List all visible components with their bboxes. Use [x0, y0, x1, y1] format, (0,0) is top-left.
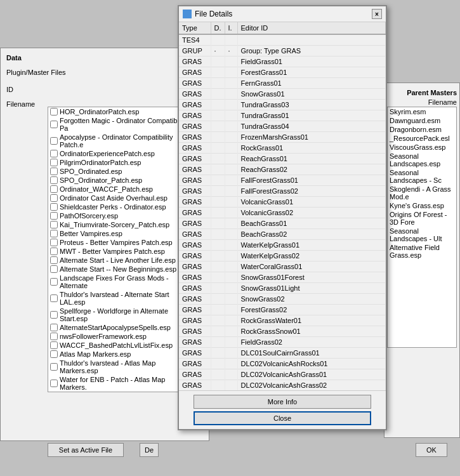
table-row[interactable]: GRASSnowGrass01Light [179, 283, 386, 294]
set-active-button[interactable]: Set as Active File [48, 443, 124, 457]
list-item[interactable]: Alternate Start - Live Another Life.esp [48, 256, 196, 265]
table-row[interactable]: GRASWaterKelpGrass02 [179, 251, 386, 261]
file-checkbox[interactable] [50, 176, 58, 184]
col-header-type[interactable]: Type [179, 22, 211, 34]
list-item[interactable]: HOR_OrdinatorPatch.esp [48, 107, 196, 116]
list-item[interactable]: Dawnguard.esm [388, 116, 456, 125]
list-item[interactable]: Apocalypse - Ordinator Compatibility Pat… [48, 133, 196, 149]
list-item[interactable]: Kyne's Grass.esp [388, 201, 456, 210]
list-item[interactable]: Skoglendi - A Grass Mod.e [388, 185, 456, 201]
list-item[interactable]: Better Vampires.esp [48, 229, 196, 238]
list-item[interactable]: Proteus - Better Vampires Patch.esp [48, 238, 196, 247]
list-item[interactable]: Grass Bound Records.esp [48, 392, 196, 392]
list-item[interactable]: Ordinator Cast Aside Overhaul.esp [48, 194, 196, 202]
table-row[interactable]: GRASTundraGrass01 [179, 110, 386, 121]
list-item[interactable]: MWT - Better Vampires Patch.esp [48, 247, 196, 256]
table-row[interactable]: GRASDLC02VolcanicAshRocks01 [179, 359, 386, 369]
list-item[interactable]: Water for ENB - Patch - Atlas Map Marker… [48, 375, 196, 392]
table-row[interactable]: GRASRockGrass01 [179, 143, 386, 154]
list-item[interactable]: AlternateStartApocalypseSpells.esp [48, 323, 196, 332]
table-row[interactable]: GRASBeachGrass01 [179, 218, 386, 229]
table-row[interactable]: GRASRockGrassSnow01 [179, 326, 386, 337]
list-item[interactable]: Forgotten Magic - Ordinator Compatibilit… [48, 116, 196, 133]
table-row[interactable]: GRASReachGrass01 [179, 154, 386, 164]
table-row[interactable]: GRASFallForestGrass01 [179, 175, 386, 186]
file-checkbox[interactable] [50, 203, 58, 211]
table-row[interactable]: GRASForestGrass02 [179, 305, 386, 315]
close-button[interactable]: Close [194, 411, 371, 425]
table-row[interactable]: GRASTundraGrass04 [179, 121, 386, 132]
file-checkbox[interactable] [50, 150, 58, 157]
list-item[interactable]: Seasonal Landscapes.esp [388, 152, 456, 168]
more-info-button[interactable]: More Info [194, 395, 371, 409]
file-checkbox[interactable] [50, 121, 58, 128]
list-item[interactable]: Thuldor's Ivarstead - Atlas Map Markers.… [48, 359, 196, 375]
table-row[interactable]: GRASVolcanicGrass02 [179, 208, 386, 218]
file-checkbox[interactable] [50, 278, 58, 286]
list-item[interactable]: Kai_Triumvirate-Sorcery_Patch.esp [48, 220, 196, 229]
table-row[interactable]: GRASBeachGrass02 [179, 229, 386, 240]
col-header-i[interactable]: I. [225, 22, 237, 34]
file-checkbox[interactable] [50, 363, 58, 371]
table-row[interactable]: GRASSnowGrass01Forest [179, 272, 386, 283]
table-row[interactable]: GRUP··Group: Type GRAS [179, 46, 386, 56]
col-header-editor[interactable]: Editor ID [237, 22, 386, 34]
list-item[interactable]: OrdinatorExperiencePatch.esp [48, 149, 196, 158]
list-item[interactable]: nwsFollowerFramework.esp [48, 332, 196, 341]
file-checkbox[interactable] [50, 350, 58, 358]
file-checkbox[interactable] [50, 168, 58, 175]
list-item[interactable]: Atlas Map Markers.esp [48, 350, 196, 359]
col-header-d[interactable]: D. [211, 22, 225, 34]
table-row[interactable]: GRASVolcanicGrass01 [179, 197, 386, 208]
file-checkbox[interactable] [50, 324, 58, 331]
table-row[interactable]: GRASRockGrassWater01 [179, 315, 386, 326]
list-item[interactable]: Seasonal Landscapes - Ult [388, 227, 456, 243]
list-item[interactable]: PilgrimOrdinatorPatch.esp [48, 158, 196, 167]
table-row[interactable]: GRASWaterCoralGrass01 [179, 261, 386, 272]
modal-table-container[interactable]: Type D. I. Editor ID TES4GRUP··Group: Ty… [179, 22, 386, 391]
list-item[interactable]: ViscousGrass.esp [388, 143, 456, 152]
file-checkbox[interactable] [50, 159, 58, 166]
table-row[interactable]: GRASForestGrass01 [179, 67, 386, 78]
list-item[interactable]: WACCF_BashedPatchLvlListFix.esp [48, 341, 196, 350]
table-row[interactable]: GRASTundraGrass03 [179, 100, 386, 110]
file-checkbox[interactable] [50, 221, 58, 228]
file-checkbox[interactable] [50, 230, 58, 237]
list-item[interactable]: SPO_Ordinator_Patch.esp [48, 176, 196, 185]
list-item[interactable]: Origins Of Forest - 3D Fore [388, 210, 456, 227]
file-checkbox[interactable] [50, 137, 58, 145]
list-item[interactable]: Skyrim.esm [388, 107, 456, 116]
table-row[interactable]: GRASWaterKelpGrass01 [179, 240, 386, 251]
table-row[interactable]: GRASFallForestGrass02 [179, 186, 386, 197]
list-item[interactable]: _ResourcePack.esl [388, 134, 456, 143]
list-item[interactable]: Dragonborn.esm [388, 125, 456, 134]
file-list[interactable]: HOR_OrdinatorPatch.espForgotten Magic - … [48, 107, 197, 392]
list-item[interactable]: Landscape Fixes For Grass Mods - Alterna… [48, 274, 196, 290]
file-checkbox[interactable] [50, 256, 58, 264]
file-checkbox[interactable] [50, 212, 58, 220]
list-item[interactable]: Seasonal Landscapes - Sc [388, 168, 456, 185]
list-item[interactable]: SPO_Ordinated.esp [48, 167, 196, 176]
table-row[interactable]: GRASSnowGrass01 [179, 89, 386, 100]
table-row[interactable]: GRASDLC02VolcanicAshGrass02 [179, 380, 386, 391]
table-row[interactable]: GRASDLC02VolcanicAshGrass01 [179, 369, 386, 380]
table-row[interactable]: GRASFrozenMarshGrass01 [179, 132, 386, 143]
table-row[interactable]: GRASSnowGrass02 [179, 294, 386, 305]
list-item[interactable]: Ordinator_WACCF_Patch.esp [48, 185, 196, 194]
list-item[interactable]: Alternative Field Grass.esp [388, 243, 456, 260]
file-checkbox[interactable] [50, 311, 58, 319]
file-checkbox[interactable] [50, 194, 58, 202]
table-row[interactable]: GRASFernGrass01 [179, 78, 386, 89]
list-item[interactable]: Shieldcaster Perks - Ordinator.esp [48, 202, 196, 211]
list-item[interactable]: Thuldor's Ivarstead - Alternate Start LA… [48, 290, 196, 307]
list-item[interactable]: Alternate Start -- New Beginnings.esp [48, 265, 196, 274]
table-row[interactable]: GRASReachGrass02 [179, 164, 386, 175]
table-row[interactable]: TES4 [179, 34, 386, 46]
file-checkbox[interactable] [50, 185, 58, 193]
modal-close-button[interactable]: × [372, 9, 382, 19]
file-checkbox[interactable] [50, 380, 58, 387]
table-row[interactable]: GRASDLC01SoulCairnGrass01 [179, 348, 386, 359]
file-checkbox[interactable] [50, 333, 58, 340]
file-checkbox[interactable] [50, 265, 58, 273]
list-item[interactable]: PathOfSorcery.esp [48, 211, 196, 220]
